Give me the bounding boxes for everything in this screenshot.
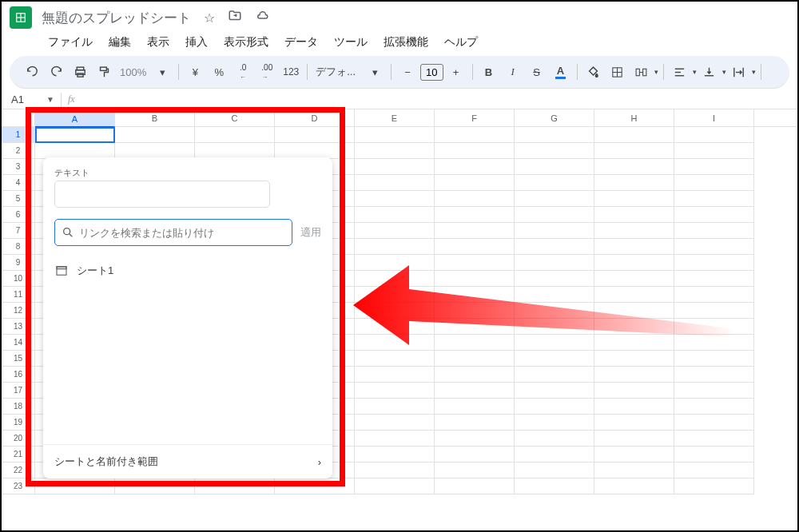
- horizontal-align-button[interactable]: [669, 61, 691, 83]
- cell[interactable]: [594, 239, 674, 255]
- increase-font-size-button[interactable]: +: [445, 61, 467, 83]
- cell[interactable]: [515, 335, 594, 351]
- cell-reference[interactable]: A1: [2, 93, 40, 105]
- row-header[interactable]: 21: [2, 447, 35, 463]
- cell[interactable]: [515, 319, 594, 335]
- decrease-decimal-button[interactable]: .0←: [232, 61, 254, 83]
- cell[interactable]: [355, 447, 435, 463]
- cell[interactable]: [594, 383, 674, 399]
- cell[interactable]: [435, 271, 515, 287]
- column-header[interactable]: E: [355, 109, 435, 126]
- cell[interactable]: [674, 303, 754, 319]
- cell[interactable]: [115, 127, 195, 143]
- cell[interactable]: [594, 335, 674, 351]
- cell[interactable]: [435, 175, 515, 191]
- cell[interactable]: [674, 127, 754, 143]
- cell[interactable]: [515, 399, 594, 415]
- cell[interactable]: [275, 478, 355, 494]
- row-header[interactable]: 18: [2, 399, 35, 415]
- cell[interactable]: [355, 271, 435, 287]
- menu-item[interactable]: ファイル: [42, 34, 99, 51]
- row-header[interactable]: 10: [2, 271, 35, 287]
- cell[interactable]: [435, 191, 515, 207]
- row-header[interactable]: 19: [2, 415, 35, 431]
- paint-format-button[interactable]: [93, 61, 115, 83]
- cell[interactable]: [355, 207, 435, 223]
- cell[interactable]: [515, 431, 594, 447]
- cell[interactable]: [594, 287, 674, 303]
- menu-item[interactable]: 編集: [102, 34, 137, 51]
- increase-decimal-button[interactable]: .00→: [256, 61, 278, 83]
- cell[interactable]: [435, 447, 515, 463]
- row-header[interactable]: 5: [2, 191, 35, 207]
- cell[interactable]: [355, 335, 435, 351]
- cell[interactable]: [594, 255, 674, 271]
- select-all-corner[interactable]: [2, 109, 35, 126]
- cell[interactable]: [674, 319, 754, 335]
- column-header[interactable]: H: [594, 109, 674, 126]
- cell[interactable]: [674, 463, 754, 478]
- cell[interactable]: [275, 143, 355, 159]
- link-text-input[interactable]: [54, 181, 270, 208]
- cell[interactable]: [355, 127, 435, 143]
- cell[interactable]: [594, 159, 674, 175]
- cell[interactable]: [674, 478, 754, 494]
- cell[interactable]: [355, 303, 435, 319]
- borders-button[interactable]: [606, 61, 629, 83]
- cell[interactable]: [515, 127, 594, 143]
- cell[interactable]: [35, 478, 115, 494]
- cell[interactable]: [355, 351, 435, 367]
- redo-button[interactable]: [45, 61, 67, 83]
- row-header[interactable]: 4: [2, 175, 35, 191]
- row-header[interactable]: 1: [2, 127, 35, 143]
- cell[interactable]: [674, 287, 754, 303]
- row-header[interactable]: 22: [2, 463, 35, 478]
- chevron-down-icon[interactable]: ▼: [40, 95, 61, 104]
- cell[interactable]: [435, 159, 515, 175]
- cell[interactable]: [355, 175, 435, 191]
- row-header[interactable]: 15: [2, 351, 35, 367]
- cell[interactable]: [594, 367, 674, 383]
- text-wrap-button[interactable]: [728, 61, 750, 83]
- cell[interactable]: [355, 431, 435, 447]
- row-header[interactable]: 14: [2, 335, 35, 351]
- cell[interactable]: [674, 351, 754, 367]
- cell[interactable]: [435, 303, 515, 319]
- strikethrough-button[interactable]: S: [526, 61, 548, 83]
- row-header[interactable]: 7: [2, 223, 35, 239]
- cell[interactable]: [594, 303, 674, 319]
- cell[interactable]: [515, 478, 594, 494]
- cell[interactable]: [355, 255, 435, 271]
- cell[interactable]: [594, 447, 674, 463]
- cell[interactable]: [674, 143, 754, 159]
- cell[interactable]: [115, 143, 195, 159]
- star-icon[interactable]: ☆: [204, 10, 215, 26]
- currency-button[interactable]: ¥: [184, 61, 206, 83]
- row-header[interactable]: 11: [2, 287, 35, 303]
- cell[interactable]: [674, 367, 754, 383]
- cell[interactable]: [594, 143, 674, 159]
- decrease-font-size-button[interactable]: −: [396, 61, 419, 83]
- column-header[interactable]: C: [195, 109, 275, 126]
- cell[interactable]: [195, 143, 275, 159]
- cell[interactable]: [594, 175, 674, 191]
- cell[interactable]: [355, 415, 435, 431]
- percent-button[interactable]: %: [208, 61, 230, 83]
- zoom-dropdown[interactable]: 100%: [117, 66, 149, 78]
- cell[interactable]: [594, 223, 674, 239]
- move-folder-icon[interactable]: [228, 9, 242, 26]
- cell[interactable]: [275, 127, 355, 143]
- cell[interactable]: [674, 159, 754, 175]
- row-header[interactable]: 17: [2, 383, 35, 399]
- cell[interactable]: [355, 399, 435, 415]
- merge-cells-button[interactable]: [630, 61, 653, 83]
- chevron-down-icon[interactable]: ▾: [151, 61, 173, 83]
- print-button[interactable]: [69, 61, 91, 83]
- cell[interactable]: [594, 463, 674, 478]
- cell[interactable]: [435, 399, 515, 415]
- cell[interactable]: [594, 207, 674, 223]
- cell[interactable]: [515, 191, 594, 207]
- cell[interactable]: [355, 143, 435, 159]
- cell[interactable]: [594, 271, 674, 287]
- cell[interactable]: [435, 431, 515, 447]
